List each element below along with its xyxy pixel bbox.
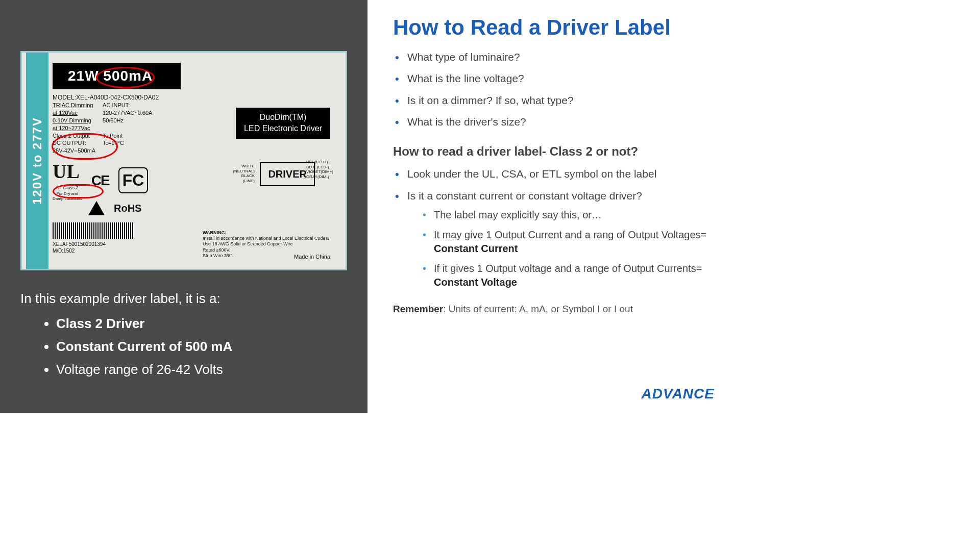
page-title: How to Read a Driver Label [393, 15, 715, 40]
spec-block: MODEL:XEL-A040D-042-CX500-DA02 TRIAC Dim… [53, 93, 195, 255]
sub-sub-list: The label may explicitly say this, or… I… [422, 208, 715, 289]
sub-sub-item: If it gives 1 Output voltage and a range… [422, 262, 715, 289]
wire-labels-right: RED(LED+) BLUE(LED-) VIOLET(DIM+) GRAY(D… [306, 160, 333, 179]
sub-sub-text: It may give 1 Output Current and a rang … [434, 229, 706, 240]
remember-text: : Units of current: A, mA, or Symbol I o… [443, 304, 633, 314]
brand-logo: ADVANCE [642, 386, 715, 402]
question-list: What type of luminaire? What is the line… [393, 50, 715, 129]
warning-heading: WARNING: [203, 230, 330, 236]
duodim-line2: LED Electronic Driver [244, 123, 322, 134]
tc-point: Tc Point [103, 132, 159, 140]
barcode-icon [53, 222, 134, 239]
caption-list: Class 2 Driver Constant Current of 500 m… [20, 316, 347, 378]
at-120-277vac: at 120~277Vac [53, 125, 90, 131]
duodim-badge: DuoDim(TM) LED Electronic Driver [236, 108, 330, 139]
ce-mark-icon: CE [91, 171, 109, 190]
rohs-mark: RoHS [114, 202, 141, 215]
ac-input-label: AC INPUT: [103, 102, 159, 109]
question-item: What type of luminaire? [393, 50, 715, 64]
made-in: Made in China [294, 254, 330, 260]
constant-voltage-label: Constant Voltage [434, 277, 517, 288]
wire-labels-left: WHITE (NEUTRAL) BLACK (LINE) [233, 164, 255, 183]
sub-item-text: Is it a constant current or constant vol… [407, 190, 642, 202]
sub-list: Look under the UL, CSA, or ETL symbol on… [393, 167, 715, 289]
barcode-block: XELAF5001502001394 M/D:1502 [53, 220, 195, 255]
sub-heading: How to read a driver label- Class 2 or n… [393, 144, 715, 159]
fcc-mark-icon: FC [118, 167, 149, 193]
manufacture-date: M/D:1502 [53, 247, 195, 255]
sub-sub-item: It may give 1 Output Current and a rang … [422, 228, 715, 256]
spec-table: TRIAC Dimming AC INPUT: at 120Vac 120-27… [53, 102, 159, 155]
duodim-line1: DuoDim(TM) [244, 112, 322, 123]
triangle-icon [88, 201, 105, 215]
caption-item: Class 2 Driver [56, 316, 347, 332]
model-number: MODEL:XEL-A040D-042-CX500-DA02 [53, 93, 195, 102]
sub-item: Look under the UL, CSA, or ETL symbol on… [393, 167, 715, 181]
sub-item: Is it a constant current or constant vol… [393, 189, 715, 289]
barcode-number: XELAF5001502001394 [53, 241, 195, 248]
class2-output: Class 2 Output [53, 132, 103, 140]
caption-item: Constant Current of 500 mA [56, 339, 347, 355]
dc-output-value: 26V-42V⎓500mA [53, 147, 103, 155]
ul-mark-icon: UL UL Class 2 For Dry and Damp Locations [53, 159, 82, 202]
dry-damp-text: For Dry and Damp Locations [53, 191, 82, 203]
question-item: Is it on a dimmer? If so, what type? [393, 93, 715, 108]
question-item: What is the line voltage? [393, 71, 715, 86]
caption-intro: In this example driver label, it is a: [20, 291, 347, 307]
constant-current-label: Constant Current [434, 243, 518, 254]
sub-sub-item: The label may explicitly say this, or… [422, 208, 715, 222]
right-panel: How to Read a Driver Label What type of … [368, 0, 735, 413]
remember-note: Remember: Units of current: A, mA, or Sy… [393, 304, 715, 315]
remember-label: Remember [393, 304, 443, 314]
tc-90: Tc=90°C [103, 139, 159, 147]
wattage-current-badge: 21W 500mA [53, 63, 181, 89]
dim-0-10v: 0-10V Dimming [53, 117, 91, 123]
ul-class2-text: UL Class 2 [53, 185, 82, 191]
certification-marks: UL UL Class 2 For Dry and Damp Locations… [53, 159, 195, 202]
at-120vac: at 120Vac [53, 110, 78, 116]
left-panel: 120V to 277V 21W 500mA MODEL:XEL-A040D-0… [0, 0, 368, 413]
sub-sub-text: If it gives 1 Output voltage and a range… [434, 263, 702, 274]
question-item: What is the driver's size? [393, 115, 715, 129]
caption-block: In this example driver label, it is a: C… [20, 291, 347, 385]
frequency: 50/60Hz [103, 117, 159, 124]
dc-output-label: DC OUTPUT: [53, 139, 103, 147]
driver-label-photo: 120V to 277V 21W 500mA MODEL:XEL-A040D-0… [20, 51, 347, 270]
ac-input-value: 120-277VAC~0.60A [103, 109, 159, 117]
triac-dimming: TRIAC Dimming [53, 102, 93, 108]
caption-item: Voltage range of 26-42 Volts [56, 362, 347, 378]
